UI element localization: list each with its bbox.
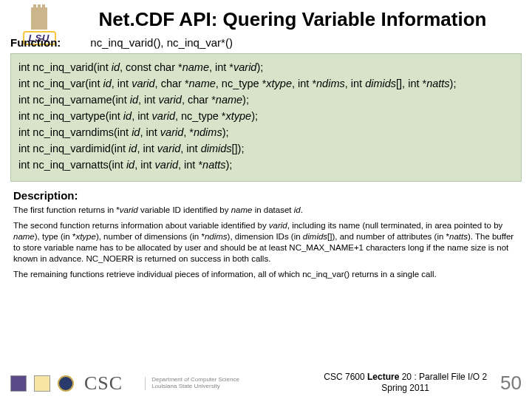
page-number: 50 (494, 372, 522, 395)
description-block: Description: The first function returns … (0, 186, 532, 280)
lecture-info: CSC 7600 Lecture 20 : Parallel File I/O … (324, 372, 494, 395)
nsf-logo-icon (58, 375, 74, 392)
description-para: The remaining functions retrieve individ… (13, 269, 519, 280)
function-row: Function: nc_inq_varid(), nc_inq_var*() (10, 36, 233, 49)
description-para: The second function returns information … (13, 220, 519, 265)
tower-icon (31, 7, 47, 30)
slide-footer: CSC Department of Computer Science Louis… (0, 372, 532, 395)
description-label: Description: (13, 189, 519, 202)
code-line: int nc_inq_varndims(int id, int varid, *… (18, 125, 514, 140)
csc-text: CSC (84, 372, 123, 395)
description-para: The first function returns in *varid var… (13, 205, 519, 216)
function-names: nc_inq_varid(), nc_inq_var*() (90, 36, 233, 49)
title-wrap: Net.CDF API: Quering Variable Informatio… (68, 6, 517, 30)
dept-line: Louisiana State University (151, 383, 239, 390)
cct-logo-icon (34, 375, 50, 392)
cct-logo-icon (10, 375, 27, 392)
description-text: The first function returns in *varid var… (13, 205, 519, 280)
code-line: int nc_inq_vartype(int id, int varid, nc… (18, 109, 514, 124)
code-box: int nc_inq_varid(int id, const char *nam… (10, 53, 522, 182)
code-line: int nc_inq_varname(int id, int varid, ch… (18, 92, 514, 108)
slide-title: Net.CDF API: Quering Variable Informatio… (68, 6, 517, 30)
slide-header: LSU Net.CDF API: Quering Variable Inform… (0, 0, 532, 49)
code-line: int nc_inq_vardimid(int id, int varid, i… (18, 141, 514, 157)
function-label: Function: (10, 36, 61, 49)
code-line: int nc_inq_varid(int id, const char *nam… (18, 60, 514, 75)
footer-logos: CSC Department of Computer Science Louis… (10, 372, 239, 395)
department-block: Department of Computer Science Louisiana… (145, 377, 239, 390)
code-line: int nc_inq_varnatts(int id, int varid, i… (18, 157, 514, 173)
code-line: int nc_inq_var(int id, int varid, char *… (18, 76, 514, 92)
